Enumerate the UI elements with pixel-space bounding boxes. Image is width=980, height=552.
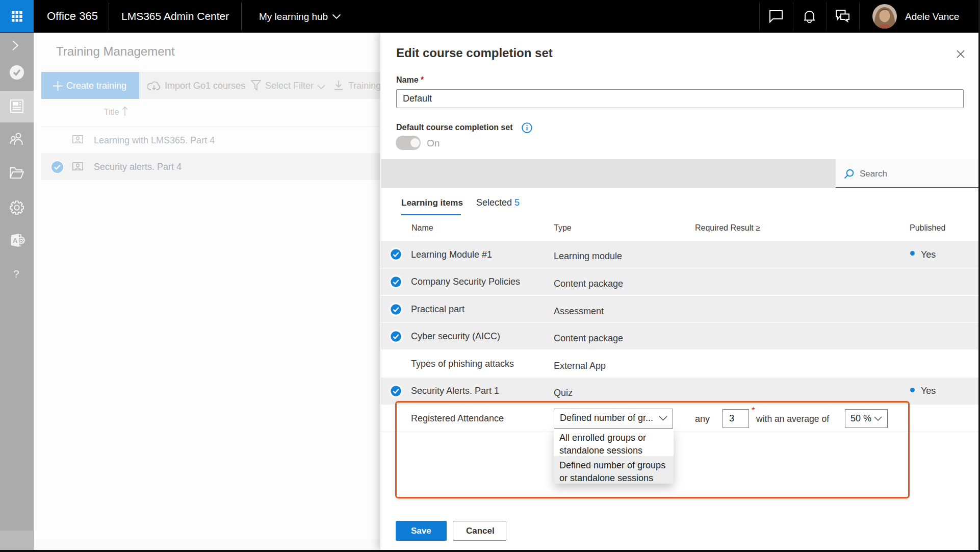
svg-text:A: A (13, 237, 18, 244)
